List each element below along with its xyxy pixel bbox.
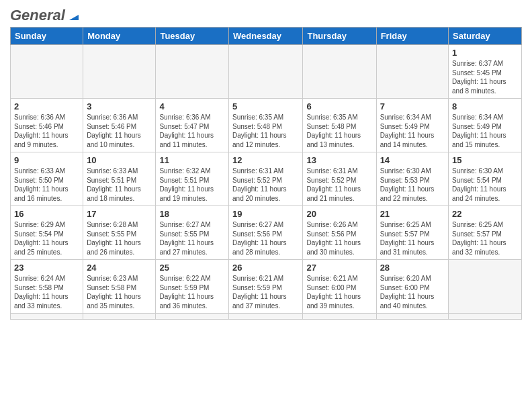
logo-general-text: General — [10, 7, 65, 24]
logo: General — [10, 7, 81, 21]
day-number: 22 — [452, 209, 518, 219]
calendar-row-0: 1Sunrise: 6:37 AM Sunset: 5:45 PM Daylig… — [11, 45, 522, 99]
day-info: Sunrise: 6:35 AM Sunset: 5:48 PM Dayligh… — [232, 113, 299, 149]
calendar-cell — [156, 45, 229, 99]
weekday-header-monday: Monday — [83, 28, 156, 45]
page-container: General SundayMondayTuesdayWednesdayThur… — [0, 0, 532, 326]
day-number: 8 — [452, 101, 518, 111]
weekday-header-wednesday: Wednesday — [229, 28, 303, 45]
day-number: 23 — [14, 263, 79, 273]
day-number: 19 — [232, 209, 299, 219]
day-info: Sunrise: 6:25 AM Sunset: 5:57 PM Dayligh… — [380, 220, 445, 257]
calendar-cell: 22Sunrise: 6:25 AM Sunset: 5:57 PM Dayli… — [449, 206, 522, 260]
calendar-cell — [376, 45, 448, 99]
day-number: 18 — [159, 209, 225, 219]
day-number: 13 — [306, 155, 372, 165]
calendar-cell: 14Sunrise: 6:30 AM Sunset: 5:53 PM Dayli… — [376, 152, 448, 206]
day-number: 17 — [87, 209, 152, 219]
day-info: Sunrise: 6:30 AM Sunset: 5:54 PM Dayligh… — [452, 167, 518, 203]
logo-arrow-icon — [66, 8, 81, 23]
calendar-row-2: 9Sunrise: 6:33 AM Sunset: 5:50 PM Daylig… — [11, 152, 522, 206]
day-number: 20 — [306, 209, 372, 219]
day-info: Sunrise: 6:28 AM Sunset: 5:55 PM Dayligh… — [87, 220, 152, 257]
calendar-cell: 20Sunrise: 6:26 AM Sunset: 5:56 PM Dayli… — [303, 206, 376, 260]
day-info: Sunrise: 6:36 AM Sunset: 5:47 PM Dayligh… — [159, 113, 225, 149]
day-info: Sunrise: 6:26 AM Sunset: 5:56 PM Dayligh… — [306, 220, 372, 257]
weekday-header-tuesday: Tuesday — [156, 28, 229, 45]
calendar-cell: 23Sunrise: 6:24 AM Sunset: 5:58 PM Dayli… — [11, 260, 83, 314]
calendar-cell: 1Sunrise: 6:37 AM Sunset: 5:45 PM Daylig… — [449, 45, 522, 99]
calendar-cell — [156, 314, 229, 320]
day-info: Sunrise: 6:35 AM Sunset: 5:48 PM Dayligh… — [306, 113, 372, 149]
calendar-row-5 — [11, 314, 522, 320]
weekday-header-saturday: Saturday — [449, 28, 522, 45]
calendar-cell: 21Sunrise: 6:25 AM Sunset: 5:57 PM Dayli… — [376, 206, 448, 260]
calendar-cell — [229, 314, 303, 320]
day-info: Sunrise: 6:33 AM Sunset: 5:51 PM Dayligh… — [87, 167, 152, 203]
day-number: 2 — [14, 101, 79, 111]
calendar-cell: 4Sunrise: 6:36 AM Sunset: 5:47 PM Daylig… — [156, 99, 229, 152]
day-info: Sunrise: 6:31 AM Sunset: 5:52 PM Dayligh… — [306, 167, 372, 203]
day-number: 7 — [380, 101, 445, 111]
day-number: 12 — [232, 155, 299, 165]
weekday-header-row: SundayMondayTuesdayWednesdayThursdayFrid… — [11, 28, 522, 45]
calendar-cell: 8Sunrise: 6:34 AM Sunset: 5:49 PM Daylig… — [449, 99, 522, 152]
day-info: Sunrise: 6:25 AM Sunset: 5:57 PM Dayligh… — [452, 220, 518, 257]
day-info: Sunrise: 6:24 AM Sunset: 5:58 PM Dayligh… — [14, 274, 79, 310]
calendar-cell: 9Sunrise: 6:33 AM Sunset: 5:50 PM Daylig… — [11, 152, 83, 206]
calendar-cell — [83, 314, 156, 320]
day-number: 25 — [159, 263, 225, 273]
day-number: 3 — [87, 101, 152, 111]
day-info: Sunrise: 6:36 AM Sunset: 5:46 PM Dayligh… — [14, 113, 79, 149]
day-info: Sunrise: 6:23 AM Sunset: 5:58 PM Dayligh… — [87, 274, 152, 310]
header: General — [10, 7, 522, 21]
calendar-cell — [449, 314, 522, 320]
calendar-cell: 15Sunrise: 6:30 AM Sunset: 5:54 PM Dayli… — [449, 152, 522, 206]
calendar-row-3: 16Sunrise: 6:29 AM Sunset: 5:54 PM Dayli… — [11, 206, 522, 260]
calendar-body: 1Sunrise: 6:37 AM Sunset: 5:45 PM Daylig… — [11, 45, 522, 320]
svg-marker-0 — [69, 15, 79, 20]
day-info: Sunrise: 6:27 AM Sunset: 5:56 PM Dayligh… — [232, 220, 299, 257]
calendar-table: SundayMondayTuesdayWednesdayThursdayFrid… — [10, 27, 522, 320]
calendar-cell — [449, 260, 522, 314]
day-number: 14 — [380, 155, 445, 165]
day-info: Sunrise: 6:37 AM Sunset: 5:45 PM Dayligh… — [452, 59, 518, 95]
calendar-cell: 12Sunrise: 6:31 AM Sunset: 5:52 PM Dayli… — [229, 152, 303, 206]
day-info: Sunrise: 6:34 AM Sunset: 5:49 PM Dayligh… — [380, 113, 445, 149]
calendar-cell: 17Sunrise: 6:28 AM Sunset: 5:55 PM Dayli… — [83, 206, 156, 260]
day-info: Sunrise: 6:32 AM Sunset: 5:51 PM Dayligh… — [159, 167, 225, 203]
calendar-cell: 16Sunrise: 6:29 AM Sunset: 5:54 PM Dayli… — [11, 206, 83, 260]
day-number: 26 — [232, 263, 299, 273]
calendar-cell: 18Sunrise: 6:27 AM Sunset: 5:55 PM Dayli… — [156, 206, 229, 260]
calendar-cell: 13Sunrise: 6:31 AM Sunset: 5:52 PM Dayli… — [303, 152, 376, 206]
day-info: Sunrise: 6:34 AM Sunset: 5:49 PM Dayligh… — [452, 113, 518, 149]
calendar-cell — [376, 314, 448, 320]
calendar-cell: 6Sunrise: 6:35 AM Sunset: 5:48 PM Daylig… — [303, 99, 376, 152]
calendar-cell: 24Sunrise: 6:23 AM Sunset: 5:58 PM Dayli… — [83, 260, 156, 314]
calendar-cell — [303, 45, 376, 99]
calendar-cell — [83, 45, 156, 99]
calendar-cell: 10Sunrise: 6:33 AM Sunset: 5:51 PM Dayli… — [83, 152, 156, 206]
day-number: 10 — [87, 155, 152, 165]
calendar-cell — [11, 45, 83, 99]
day-number: 15 — [452, 155, 518, 165]
day-info: Sunrise: 6:20 AM Sunset: 6:00 PM Dayligh… — [380, 274, 445, 310]
day-number: 5 — [232, 101, 299, 111]
calendar-cell — [229, 45, 303, 99]
day-number: 27 — [306, 263, 372, 273]
day-info: Sunrise: 6:30 AM Sunset: 5:53 PM Dayligh… — [380, 167, 445, 203]
day-number: 28 — [380, 263, 445, 273]
day-number: 21 — [380, 209, 445, 219]
day-info: Sunrise: 6:31 AM Sunset: 5:52 PM Dayligh… — [232, 167, 299, 203]
weekday-header-sunday: Sunday — [11, 28, 83, 45]
weekday-header-friday: Friday — [376, 28, 448, 45]
calendar-cell: 11Sunrise: 6:32 AM Sunset: 5:51 PM Dayli… — [156, 152, 229, 206]
day-number: 24 — [87, 263, 152, 273]
calendar-cell: 26Sunrise: 6:21 AM Sunset: 5:59 PM Dayli… — [229, 260, 303, 314]
calendar-cell: 3Sunrise: 6:36 AM Sunset: 5:46 PM Daylig… — [83, 99, 156, 152]
day-number: 4 — [159, 101, 225, 111]
day-info: Sunrise: 6:36 AM Sunset: 5:46 PM Dayligh… — [87, 113, 152, 149]
calendar-cell: 5Sunrise: 6:35 AM Sunset: 5:48 PM Daylig… — [229, 99, 303, 152]
calendar-cell: 2Sunrise: 6:36 AM Sunset: 5:46 PM Daylig… — [11, 99, 83, 152]
calendar-cell: 27Sunrise: 6:21 AM Sunset: 6:00 PM Dayli… — [303, 260, 376, 314]
